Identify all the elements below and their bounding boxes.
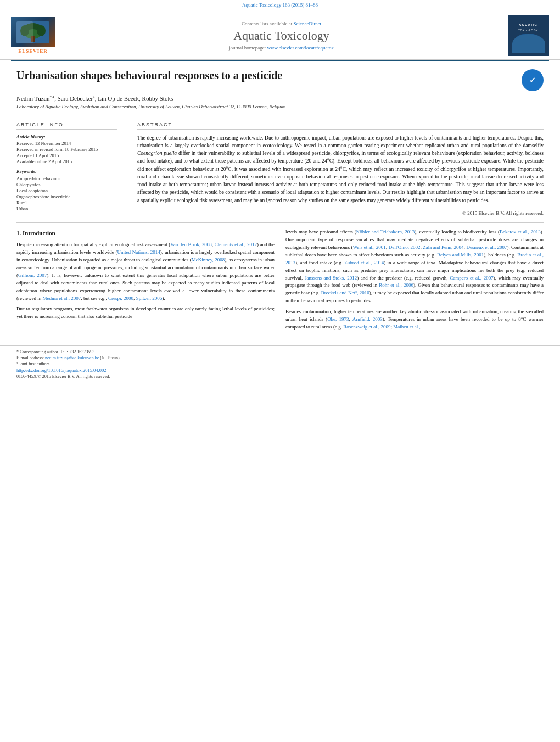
keyword-1: Antipredator behaviour [16, 176, 117, 181]
ref-zubrod[interactable]: Zubrod et al., 2014 [344, 260, 384, 265]
ref-weis[interactable]: Weis et al., 2001 [353, 244, 386, 250]
keyword-3: Local adaptation [16, 188, 117, 193]
ref-kohler[interactable]: Köhler and Triebskorn, 2013 [356, 229, 415, 235]
author-tuzun: Nedim Tüzün [16, 95, 50, 102]
ref-van-den-brink[interactable]: Van den Brink, 2008 [170, 242, 211, 247]
aquatic-logo-box: AQUATIC TOXIcoLOGY [508, 15, 549, 56]
ref-clements[interactable]: Clements et al., 2012 [215, 242, 257, 247]
email-note: E-mail address: nedim.tuzun@bio.kuleuven… [16, 355, 544, 360]
svg-rect-6 [508, 15, 549, 56]
authors: Nedim Tüzün*,1, Sara Debecker1, Lin Op d… [16, 94, 544, 102]
journal-homepage: journal homepage: www.elsevier.com/locat… [71, 45, 491, 51]
ref-rosenzweig[interactable]: Rosenzweig et al., 2009 [343, 324, 390, 330]
article-title-area: Urbanisation shapes behavioural response… [16, 69, 544, 91]
copyright: © 2015 Elsevier B.V. All rights reserved… [137, 208, 544, 216]
article-content: Urbanisation shapes behavioural response… [0, 61, 560, 343]
ref-spitzer[interactable]: Spitzer, 2006 [136, 295, 163, 301]
svg-text:TOXIcoLOGY: TOXIcoLOGY [518, 29, 538, 32]
sciencedirect-text: Contents lists available at ScienceDirec… [71, 21, 491, 26]
ref-medina[interactable]: Medina et al., 2007 [42, 295, 81, 301]
article-info-col: ARTICLE INFO Article history: Received 1… [16, 122, 126, 216]
abstract-col: ABSTRACT The degree of urbanisation is r… [137, 122, 544, 216]
crossmark-badge[interactable]: ✓ [522, 69, 544, 91]
homepage-link[interactable]: www.elsevier.com/locate/aquatox [267, 45, 334, 51]
article-history-block: Article history: Received 13 November 20… [16, 134, 117, 164]
intro-paragraph-2-cont: levels may have profound effects (Köhler… [285, 228, 544, 305]
aquatic-logo: AQUATIC TOXIcoLOGY [508, 15, 549, 56]
journal-title-header: Aquatic Toxicology [71, 29, 491, 43]
ref-janssens[interactable]: Janssens and Stoks, 2012 [305, 275, 357, 281]
ref-crespi[interactable]: Crespi, 2000 [108, 295, 133, 301]
keyword-4: Organophosphate insecticide [16, 194, 117, 199]
ref-campero[interactable]: Campero et al., 2007 [450, 275, 494, 281]
body-content: 1. Introduction Despite increasing atten… [16, 222, 544, 334]
ref-rohr[interactable]: Rohr et al., 2006 [379, 282, 413, 288]
ref-oke[interactable]: Oke, 1973 [327, 316, 349, 322]
svg-point-7 [513, 35, 544, 52]
svg-rect-3 [31, 36, 35, 42]
article-title: Urbanisation shapes behavioural response… [16, 69, 522, 82]
aquatic-logo-icon: AQUATIC TOXIcoLOGY [508, 15, 549, 56]
ref-desneux[interactable]: Desneux et al., 2007 [466, 244, 507, 250]
intro-section-title: 1. Introduction [16, 228, 275, 238]
abstract-text: The degree of urbanisation is rapidly in… [137, 134, 544, 204]
svg-text:AQUATIC: AQUATIC [519, 23, 537, 26]
ref-breckels[interactable]: Breckels and Neff, 2010 [321, 290, 369, 295]
intro-paragraph-2: Due to regulatory programs, most freshwa… [16, 305, 275, 321]
header-top: Aquatic Toxicology 163 (2015) 81–88 [0, 0, 560, 10]
ref-brodin[interactable]: Brodin et al., 2013 [285, 252, 544, 265]
svg-point-8 [514, 34, 542, 49]
keyword-6: Urban [16, 206, 117, 211]
author-debecker: Sara Debecker [58, 95, 93, 102]
ref-mckinney[interactable]: McKinney, 2008 [192, 257, 225, 263]
ref-relyea[interactable]: Relyea and Mills, 2001 [437, 252, 484, 258]
journal-citation: Aquatic Toxicology 163 (2015) 81–88 [242, 2, 318, 8]
history-label: Article history: [16, 134, 117, 140]
ref-un[interactable]: United Nations, 2014 [117, 249, 160, 255]
ref-beketov[interactable]: Beketov et al., 2013 [500, 229, 541, 235]
header-main: ELSEVIER Contents lists available at Sci… [0, 10, 560, 60]
received-date: Received 13 November 2014 [16, 141, 117, 146]
header-center: Contents lists available at ScienceDirec… [55, 21, 508, 51]
ref-arnfield[interactable]: Arnfield, 2003 [352, 316, 383, 322]
elsevier-logo-box [11, 17, 55, 47]
ref-gilliom[interactable]: Gilliom, 2007 [18, 272, 47, 278]
crossmark-icon: ✓ [529, 76, 536, 85]
intro-paragraph-3: Besides contamination, higher temperatur… [285, 308, 544, 331]
keywords-label: Keywords: [16, 169, 117, 174]
doi-link[interactable]: http://dx.doi.org/10.1016/j.aquatox.2015… [16, 367, 544, 373]
keyword-5: Rural [16, 200, 117, 205]
keywords-block: Keywords: Antipredator behaviour Chlorpy… [16, 169, 117, 211]
svg-point-5 [37, 25, 46, 36]
corresponding-note: * Corresponding author. Tel.: +32 163735… [16, 349, 544, 354]
ref-dellomo[interactable]: Dell'Omo, 2002 [389, 244, 421, 250]
sciencedirect-link[interactable]: ScienceDirect [294, 21, 321, 26]
page: Aquatic Toxicology 163 (2015) 81–88 ELSE… [0, 0, 560, 742]
elsevier-tree-icon [14, 19, 52, 46]
svg-point-4 [20, 25, 29, 36]
accepted-date: Accepted 1 April 2015 [16, 153, 117, 158]
email-link[interactable]: nedim.tuzun@bio.kuleuven.be [45, 355, 99, 360]
elsevier-label: ELSEVIER [18, 48, 48, 54]
revised-date: Received in revised form 18 February 201… [16, 147, 117, 152]
body-col-right: levels may have profound effects (Köhler… [285, 228, 544, 334]
footer: * Corresponding author. Tel.: +32 163735… [0, 345, 560, 382]
ref-maiheu[interactable]: Maiheu et al., [393, 324, 420, 330]
body-col-left: 1. Introduction Despite increasing atten… [16, 228, 275, 334]
article-info-header: ARTICLE INFO [16, 122, 117, 130]
affiliation: Laboratory of Aquatic Ecology, Evolution… [16, 104, 544, 109]
elsevier-logo: ELSEVIER [11, 17, 55, 54]
joint-authors-note: ¹ Joint first authors. [16, 361, 544, 366]
keyword-2: Chlorpyrifos [16, 182, 117, 187]
ref-zala[interactable]: Zala and Penn, 2004 [423, 244, 463, 250]
intro-paragraph-1: Despite increasing attention for spatial… [16, 241, 275, 303]
available-date: Available online 2 April 2015 [16, 159, 117, 164]
two-col-info-abstract: ARTICLE INFO Article history: Received 1… [16, 116, 544, 216]
author-opdebeeck: Lin Op de Beeck, Robby Stoks [98, 95, 173, 102]
footer-copyright: 0166-445X/© 2015 Elsevier B.V. All right… [16, 374, 544, 379]
abstract-header: ABSTRACT [137, 122, 544, 130]
